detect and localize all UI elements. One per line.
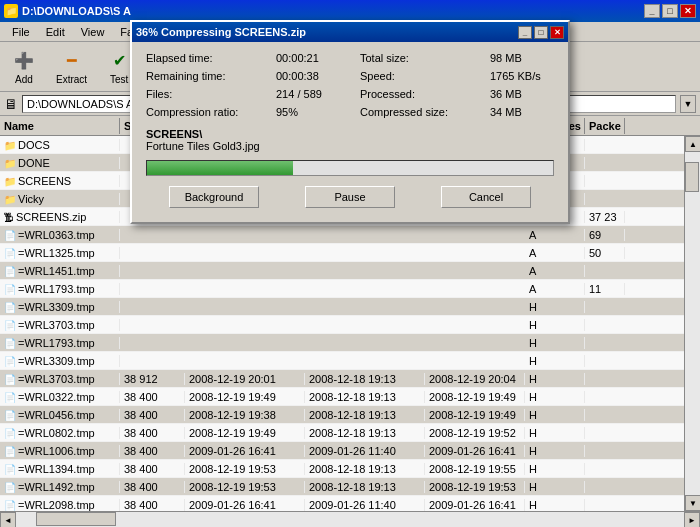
background-button[interactable]: Background <box>169 186 259 208</box>
current-folder: SCREENS\ <box>146 128 554 140</box>
compression-row: Compression ratio: 95% <box>146 106 340 118</box>
pause-button[interactable]: Pause <box>305 186 395 208</box>
dialog-buttons: Background Pause Cancel <box>146 186 554 212</box>
dialog-minimize-button[interactable]: _ <box>518 26 532 39</box>
current-file-area: SCREENS\ Fortune Tiles Gold3.jpg <box>146 128 554 152</box>
files-value: 214 / 589 <box>276 88 322 100</box>
files-label: Files: <box>146 88 276 100</box>
dialog-title: 36% Compressing SCREENS.zip <box>136 26 306 38</box>
dialog-maximize-button[interactable]: □ <box>534 26 548 39</box>
dialog-body: Elapsed time: 00:00:21 Remaining time: 0… <box>132 42 568 222</box>
total-size-row: Total size: 98 MB <box>360 52 554 64</box>
elapsed-value: 00:00:21 <box>276 52 319 64</box>
elapsed-row: Elapsed time: 00:00:21 <box>146 52 340 64</box>
speed-label: Speed: <box>360 70 490 82</box>
compress-dialog: 36% Compressing SCREENS.zip _ □ ✕ Elapse… <box>130 20 570 224</box>
compressed-size-value: 34 MB <box>490 106 522 118</box>
processed-value: 36 MB <box>490 88 522 100</box>
remaining-label: Remaining time: <box>146 70 276 82</box>
progress-bar-container <box>146 160 554 176</box>
processed-label: Processed: <box>360 88 490 100</box>
total-size-label: Total size: <box>360 52 490 64</box>
speed-value: 1765 KB/s <box>490 70 541 82</box>
compression-value: 95% <box>276 106 298 118</box>
remaining-value: 00:00:38 <box>276 70 319 82</box>
files-row: Files: 214 / 589 <box>146 88 340 100</box>
cancel-button[interactable]: Cancel <box>441 186 531 208</box>
dialog-controls: _ □ ✕ <box>518 26 564 39</box>
compressed-size-row: Compressed size: 34 MB <box>360 106 554 118</box>
current-file: Fortune Tiles Gold3.jpg <box>146 140 554 152</box>
processed-row: Processed: 36 MB <box>360 88 554 100</box>
remaining-row: Remaining time: 00:00:38 <box>146 70 340 82</box>
dialog-close-button[interactable]: ✕ <box>550 26 564 39</box>
progress-bar-fill <box>147 161 293 175</box>
dialog-title-bar: 36% Compressing SCREENS.zip _ □ ✕ <box>132 22 568 42</box>
compressed-size-label: Compressed size: <box>360 106 490 118</box>
speed-row: Speed: 1765 KB/s <box>360 70 554 82</box>
total-size-value: 98 MB <box>490 52 522 64</box>
elapsed-label: Elapsed time: <box>146 52 276 64</box>
compression-label: Compression ratio: <box>146 106 276 118</box>
modal-overlay: 36% Compressing SCREENS.zip _ □ ✕ Elapse… <box>0 0 700 527</box>
